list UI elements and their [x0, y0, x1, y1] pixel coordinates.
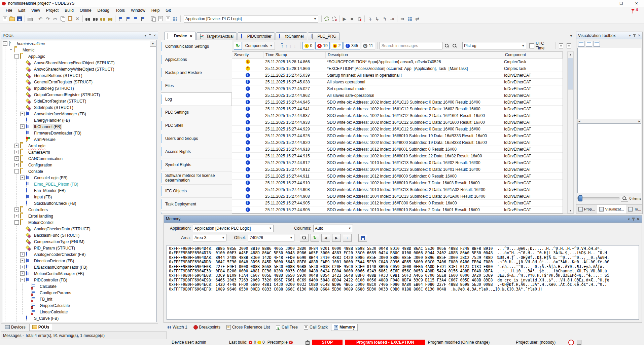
menu-online[interactable]: Online [77, 7, 95, 14]
tab-plc-prg[interactable]: PLC_PRG [308, 32, 340, 40]
pous-panel-header[interactable]: POUs ▾ ✕ [1, 32, 158, 39]
table-row[interactable]: i25.11.2025 15:27:44.918SDO write ok: Ad… [232, 146, 563, 153]
menu-edit[interactable]: Edit [15, 7, 28, 14]
menu-debug[interactable]: Debug [95, 7, 112, 14]
table-row[interactable]: i25.11.2025 15:27:44.915SDO write ok: Ad… [232, 153, 563, 159]
tree-item-compensationtype-enum[interactable]: CompensationType (ENUM) [2, 238, 156, 245]
status-layout-icon[interactable] [577, 340, 581, 345]
service-icon[interactable] [356, 15, 363, 22]
new-project-icon[interactable] [1, 15, 8, 22]
tree-item-calculate[interactable]: Calculate [2, 283, 156, 290]
clean-icon[interactable] [331, 15, 337, 22]
tree-item-applogic[interactable]: −AppLogic [2, 53, 156, 60]
device-menu-users-and-groups[interactable]: Users and Groups [161, 132, 232, 145]
zoom-slider-thumb[interactable] [578, 195, 582, 201]
tree-item-configureparams[interactable]: ConfigureParams [2, 290, 156, 296]
project-grid-icon[interactable] [172, 15, 179, 22]
table-row[interactable]: i25.11.2025 15:27:44.905SDO write ok: Ad… [232, 206, 563, 213]
status-alert-icon[interactable] [568, 340, 574, 345]
dock-tab-visualizat[interactable]: Visualizat... [597, 205, 626, 214]
tab-device[interactable]: Device✕ [164, 32, 196, 40]
zoom-slider[interactable] [577, 197, 619, 199]
tree-expander-icon[interactable]: − [14, 220, 19, 225]
save-log-icon[interactable] [566, 42, 572, 49]
table-row[interactable]: i25.11.2025 15:27:45.027Set operational … [232, 85, 563, 92]
tree-item-sideerrorregister-struct[interactable]: SideErrorRegister (STRUCT) [2, 98, 156, 104]
device-menu-iec-objects[interactable]: IEC Objects [161, 185, 232, 198]
table-row[interactable]: E25.11.2025 15:28:14.866*SOURCEPOSITION*… [232, 59, 563, 65]
tree-expander-icon[interactable]: + [20, 252, 25, 257]
table-row[interactable]: i25.11.2025 15:27:44.908SDO write ok: Ad… [232, 193, 563, 200]
goto-last-message-button[interactable]: ↓ [294, 43, 296, 48]
tree-expander-icon[interactable]: − [20, 278, 25, 282]
tree-expander-icon[interactable]: − [3, 41, 7, 46]
tree-item-analogencoderchecker-fb[interactable]: +AnalogEncoderChecker (FB) [2, 251, 156, 258]
tree-expander-icon[interactable]: + [20, 259, 25, 263]
viz-toolbox-header[interactable]: Visualization Toolbox ▾ ✕ [576, 32, 642, 39]
tree-item-sideinputs-struct[interactable]: SideInputs (STRUCT) [2, 104, 156, 111]
device-menu-applications[interactable]: Applications [161, 53, 232, 66]
tree-expander-icon[interactable]: + [14, 207, 19, 212]
memory-hex-dump[interactable]: 0xFFFF9B0FF6904D48: 8B86 985E 3000 8B10 … [167, 245, 639, 320]
viz-toolbox-preview[interactable] [577, 123, 641, 193]
menu-help[interactable]: Help [148, 7, 163, 14]
find-icon[interactable] [84, 15, 91, 22]
viz-toolbox-list[interactable] [577, 48, 641, 119]
tree-item-anovosharedmemorywriteobject-struct[interactable]: AnovoSharedMemoryWriteObject (STRUCT) [2, 66, 156, 72]
memory-panel-header[interactable]: Memory ▾ ✕ [164, 216, 642, 223]
tree-item-cancommnication[interactable]: +CANCommnication [2, 155, 156, 162]
navigator-tab-pous[interactable]: POUs [29, 324, 52, 331]
pous-menu-icon[interactable]: ▾ [145, 34, 146, 37]
log-refresh-button[interactable]: ↻ [234, 42, 242, 50]
table-row[interactable]: i25.11.2025 15:27:44.912SDO write ok: Ad… [232, 159, 563, 166]
dock-tab-to[interactable]: To... [626, 205, 643, 214]
viz-close-icon[interactable]: ✕ [638, 34, 641, 37]
device-menu-software-metrics-for-license-determination[interactable]: Software metrics for license determinati… [161, 171, 232, 185]
tree-item-energyhandler-fb[interactable]: EnergyHandler (FB) [2, 117, 156, 123]
menu-git[interactable]: Git [163, 7, 174, 14]
device-menu-log[interactable]: Log [161, 92, 232, 106]
tree-item-firmwaredownloader-fb[interactable]: FirmwareDownloader (FB) [2, 130, 156, 136]
active-application-combo[interactable]: Application [Device: PLC Logic]▼ [184, 15, 318, 23]
table-row[interactable]: i25.11.2025 15:27:44.911SDO write ok: Ad… [232, 173, 563, 180]
save-project-icon[interactable] [16, 15, 23, 22]
memory-columns-combo[interactable]: Auto ▼ [313, 225, 353, 232]
tree-item-s-curve-fb[interactable]: S_Curve (FB) [2, 315, 156, 321]
table-row[interactable]: i25.11.2025 15:27:44.937SDO write ok: Ad… [232, 112, 563, 119]
filter-debug-toggle[interactable]: D11 [361, 42, 375, 49]
filter-exceptions-toggle[interactable]: E2 [331, 42, 343, 49]
view-tab-watch-1[interactable]: Watch 1 [165, 324, 190, 331]
tree-item-armlogic[interactable]: +ArmLogic [2, 143, 156, 149]
memory-search-button[interactable] [300, 234, 309, 242]
paste-icon[interactable] [67, 15, 73, 22]
tree-item-hominisrealtime[interactable]: −hominisrealtime [2, 40, 156, 47]
tab-targetvsactual[interactable]: TargetVsActual [196, 32, 237, 40]
memory-application-combo[interactable]: Application [Device: PLC Logic] ▼ [193, 225, 274, 232]
tree-item-input-fb[interactable]: Input (FB) [2, 194, 156, 200]
tree-expander-icon[interactable]: − [9, 48, 13, 52]
column-header-component[interactable]: Component [503, 52, 563, 58]
notification-area[interactable]: 4 [631, 7, 638, 12]
memory-close-icon[interactable]: ✕ [637, 217, 640, 221]
table-row[interactable]: i25.11.2025 15:27:45.039Startup finished… [232, 72, 563, 79]
device-menu-task-deployment[interactable]: Task Deployment [161, 198, 232, 211]
table-row[interactable]: i25.11.2025 15:27:44.920SDO write ok: Ad… [232, 139, 563, 146]
column-header-time-stamp[interactable]: Time Stamp [263, 52, 326, 58]
device-menu-communication-settings[interactable]: Communication Settings [161, 40, 232, 53]
table-row[interactable]: i25.11.2025 15:27:44.905SDO write ok: Ad… [232, 200, 563, 206]
memory-follow-button[interactable]: ↓ [343, 234, 352, 242]
tree-expander-icon[interactable]: + [20, 176, 25, 180]
tree-item-motioncontrolmanager-fb[interactable]: +MotionControlManager (FB) [2, 270, 156, 277]
menu-tools[interactable]: Tools [112, 7, 128, 14]
tree-item-memic[interactable]: −Memic [2, 47, 156, 53]
incremental-search-icon[interactable] [92, 15, 99, 22]
memory-menu-icon[interactable]: ▾ [628, 217, 630, 221]
generate-code-icon[interactable] [323, 15, 330, 22]
table-row[interactable]: i25.11.2025 15:27:44.925SDO write ok: Ad… [232, 132, 563, 139]
viz-view-mode-3-icon[interactable] [594, 41, 600, 47]
device-menu-status[interactable]: Status [161, 211, 232, 214]
copy-icon[interactable] [59, 15, 66, 22]
column-header-description[interactable]: Description [326, 52, 503, 58]
log-vertical-scrollbar[interactable]: ▲ ▼ [567, 51, 574, 214]
memory-prev-button[interactable]: ◀ [321, 234, 330, 242]
